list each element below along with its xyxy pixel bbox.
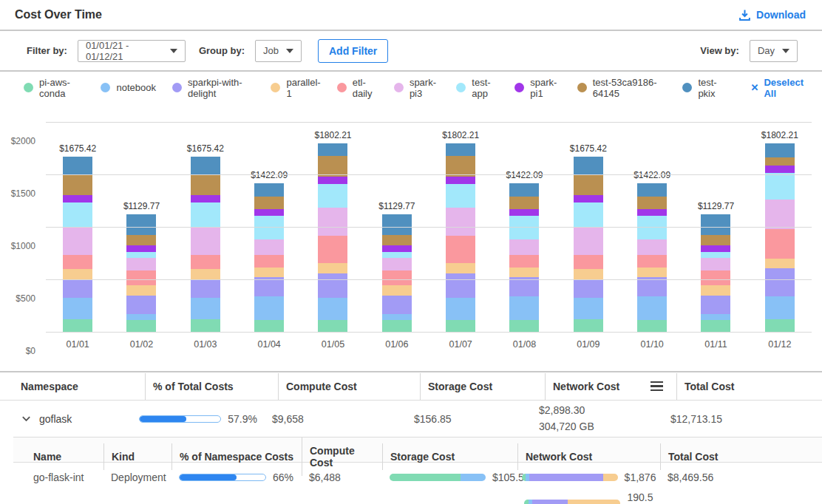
legend-item-notebook[interactable]: notebook	[101, 82, 156, 93]
column-menu-icon[interactable]	[651, 381, 663, 392]
bar-segment-sparkpi-with-delight[interactable]	[382, 296, 412, 314]
legend-item-etl-daily[interactable]: etl-daily	[337, 77, 378, 99]
bar-segment-etl-daily[interactable]	[765, 229, 795, 259]
bar-segment-parallel-1[interactable]	[446, 263, 475, 273]
bar-segment-test-53ca9186-64145[interactable]	[637, 197, 667, 209]
stacked-bar-01/09[interactable]	[574, 157, 603, 333]
legend-item-test-pkix[interactable]: test-pkix	[682, 77, 725, 99]
bar-segment-pi-aws-conda[interactable]	[509, 320, 539, 333]
bar-segment-sparkpi-with-delight[interactable]	[191, 280, 220, 298]
bar-segment-test-53ca9186-64145[interactable]	[191, 174, 220, 195]
stacked-bar-01/01[interactable]	[63, 157, 92, 333]
stacked-bar-01/06[interactable]	[382, 214, 412, 333]
bar-segment-etl-daily[interactable]	[382, 270, 412, 285]
bar-segment-test-app[interactable]	[126, 252, 156, 258]
bar-segment-test-53ca9186-64145[interactable]	[382, 235, 412, 245]
bar-segment-test-pkix[interactable]	[254, 183, 284, 197]
bar-segment-spark-pi3[interactable]	[254, 239, 284, 256]
bar-segment-test-app[interactable]	[765, 173, 795, 200]
bar-segment-parallel-1[interactable]	[637, 268, 667, 277]
bar-segment-spark-pi3[interactable]	[63, 227, 92, 255]
stacked-bar-01/08[interactable]	[509, 183, 539, 333]
legend-item-spark-pi1[interactable]: spark-pi1	[514, 77, 560, 99]
bar-segment-notebook[interactable]	[318, 298, 347, 319]
bar-segment-sparkpi-with-delight[interactable]	[318, 273, 347, 299]
bar-segment-spark-pi1[interactable]	[191, 195, 220, 202]
bar-segment-spark-pi1[interactable]	[63, 195, 92, 202]
bar-segment-spark-pi1[interactable]	[446, 177, 475, 185]
bar-segment-spark-pi1[interactable]	[318, 177, 347, 185]
bar-segment-test-53ca9186-64145[interactable]	[63, 174, 92, 195]
view-by-dropdown[interactable]: Day	[750, 40, 798, 62]
bar-segment-spark-pi1[interactable]	[509, 209, 539, 216]
bar-segment-spark-pi1[interactable]	[765, 166, 795, 174]
stacked-bar-01/03[interactable]	[191, 157, 220, 333]
bar-segment-sparkpi-with-delight[interactable]	[126, 296, 156, 314]
legend-item-test-app[interactable]: test-app	[456, 77, 498, 99]
bar-segment-notebook[interactable]	[191, 298, 220, 319]
bar-segment-test-app[interactable]	[318, 184, 347, 208]
bar-segment-spark-pi3[interactable]	[637, 239, 667, 256]
stacked-bar-01/02[interactable]	[126, 214, 156, 333]
bar-segment-spark-pi1[interactable]	[382, 245, 412, 252]
bar-segment-parallel-1[interactable]	[191, 269, 220, 280]
bar-segment-test-pkix[interactable]	[191, 157, 220, 174]
bar-segment-parallel-1[interactable]	[254, 268, 284, 277]
bar-segment-spark-pi3[interactable]	[574, 227, 603, 255]
bar-segment-pi-aws-conda[interactable]	[63, 319, 92, 333]
bar-segment-parallel-1[interactable]	[382, 285, 412, 296]
group-by-dropdown[interactable]: Job	[255, 40, 302, 62]
stacked-bar-01/12[interactable]	[765, 143, 795, 333]
bar-segment-test-53ca9186-64145[interactable]	[318, 156, 347, 177]
bar-segment-test-pkix[interactable]	[63, 157, 92, 174]
bar-segment-pi-aws-conda[interactable]	[701, 320, 730, 333]
bar-segment-test-app[interactable]	[574, 202, 603, 227]
bar-segment-pi-aws-conda[interactable]	[191, 319, 220, 333]
bar-segment-test-app[interactable]	[446, 184, 475, 208]
legend-item-spark-pi3[interactable]: spark-pi3	[394, 77, 440, 99]
bar-segment-spark-pi3[interactable]	[318, 208, 347, 236]
bar-segment-etl-daily[interactable]	[701, 270, 730, 285]
download-button[interactable]: Download	[738, 9, 806, 21]
bar-segment-etl-daily[interactable]	[126, 270, 156, 285]
deselect-all-button[interactable]: ✕Deselect All	[751, 77, 807, 99]
bar-segment-etl-daily[interactable]	[509, 255, 539, 267]
bar-segment-sparkpi-with-delight[interactable]	[574, 280, 603, 298]
bar-segment-notebook[interactable]	[637, 296, 667, 320]
bar-segment-test-53ca9186-64145[interactable]	[701, 235, 730, 245]
bar-segment-pi-aws-conda[interactable]	[382, 320, 412, 333]
bar-segment-sparkpi-with-delight[interactable]	[446, 273, 475, 299]
bar-segment-test-53ca9186-64145[interactable]	[509, 197, 539, 209]
bar-segment-etl-daily[interactable]	[446, 236, 475, 263]
bar-segment-spark-pi3[interactable]	[701, 258, 730, 270]
bar-segment-test-pkix[interactable]	[509, 183, 539, 197]
bar-segment-pi-aws-conda[interactable]	[574, 319, 603, 333]
bar-segment-notebook[interactable]	[701, 314, 730, 320]
bar-segment-spark-pi3[interactable]	[191, 227, 220, 255]
legend-item-sparkpi-with-delight[interactable]: sparkpi-with-delight	[172, 77, 255, 99]
bar-segment-pi-aws-conda[interactable]	[254, 320, 284, 333]
bar-segment-parallel-1[interactable]	[126, 285, 156, 296]
legend-item-pi-aws-conda[interactable]: pi-aws-conda	[24, 77, 84, 99]
bar-segment-test-53ca9186-64145[interactable]	[254, 197, 284, 209]
stacked-bar-01/05[interactable]	[318, 143, 347, 333]
bar-segment-notebook[interactable]	[574, 298, 603, 319]
bar-segment-spark-pi3[interactable]	[509, 239, 539, 256]
bar-segment-test-53ca9186-64145[interactable]	[574, 174, 603, 195]
bar-segment-pi-aws-conda[interactable]	[765, 319, 795, 333]
bar-segment-test-53ca9186-64145[interactable]	[765, 157, 795, 166]
bar-segment-etl-daily[interactable]	[63, 255, 92, 269]
bar-segment-spark-pi1[interactable]	[637, 209, 667, 216]
bar-segment-test-pkix[interactable]	[765, 143, 795, 157]
bar-segment-pi-aws-conda[interactable]	[126, 320, 156, 333]
bar-segment-spark-pi3[interactable]	[765, 200, 795, 228]
bar-segment-test-app[interactable]	[382, 252, 412, 258]
bar-segment-etl-daily[interactable]	[637, 255, 667, 267]
bar-segment-test-pkix[interactable]	[126, 214, 156, 235]
bar-segment-notebook[interactable]	[254, 296, 284, 320]
bar-segment-pi-aws-conda[interactable]	[637, 320, 667, 333]
bar-segment-spark-pi1[interactable]	[126, 245, 156, 252]
bar-segment-parallel-1[interactable]	[701, 285, 730, 296]
add-filter-button[interactable]: Add Filter	[318, 39, 388, 63]
bar-segment-test-pkix[interactable]	[382, 214, 412, 235]
